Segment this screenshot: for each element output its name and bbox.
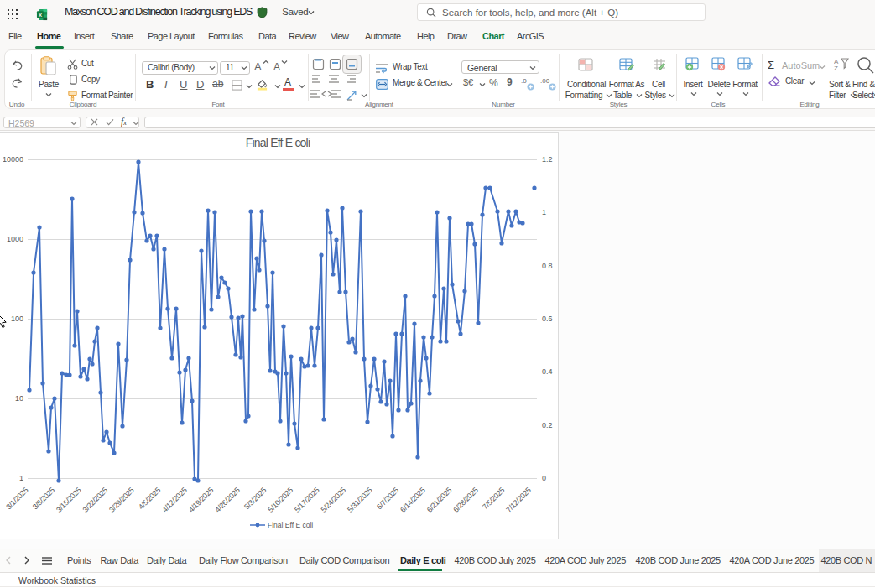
svg-text:4/12/2025: 4/12/2025 (160, 486, 189, 514)
svg-text:1: 1 (19, 474, 23, 482)
svg-text:5/17/2025: 5/17/2025 (293, 486, 321, 514)
svg-text:Final Eff E coli: Final Eff E coli (246, 136, 310, 149)
svg-text:0: 0 (542, 474, 546, 482)
svg-text:3/15/2025: 3/15/2025 (55, 486, 83, 514)
svg-text:5/3/2025: 5/3/2025 (242, 486, 268, 511)
svg-text:0.8: 0.8 (542, 262, 553, 270)
svg-text:7/12/2025: 7/12/2025 (504, 486, 533, 514)
svg-text:3/29/2025: 3/29/2025 (107, 486, 136, 514)
svg-text:3/8/2025: 3/8/2025 (31, 486, 56, 511)
svg-text:3/22/2025: 3/22/2025 (81, 486, 110, 514)
svg-text:0.4: 0.4 (542, 367, 553, 376)
svg-text:5/10/2025: 5/10/2025 (266, 486, 294, 514)
svg-text:4/19/2025: 4/19/2025 (187, 486, 216, 514)
svg-text:5/31/2025: 5/31/2025 (346, 486, 374, 514)
svg-text:4/26/2025: 4/26/2025 (213, 486, 242, 514)
svg-text:Z: Z (834, 65, 838, 71)
svg-text:100: 100 (11, 315, 23, 323)
svg-text:3/1/2025: 3/1/2025 (4, 486, 29, 511)
svg-text:4/5/2025: 4/5/2025 (137, 486, 162, 511)
svg-text:6/21/2025: 6/21/2025 (425, 486, 454, 514)
svg-text:0.6: 0.6 (542, 315, 553, 323)
svg-text:6/14/2025: 6/14/2025 (398, 486, 427, 514)
svg-text:1: 1 (542, 208, 546, 216)
svg-text:1.2: 1.2 (542, 155, 553, 164)
svg-text:7/5/2025: 7/5/2025 (481, 486, 506, 511)
svg-text:5/24/2025: 5/24/2025 (320, 486, 348, 514)
svg-text:10000: 10000 (3, 155, 23, 164)
svg-text:X: X (39, 12, 42, 18)
svg-text:6/7/2025: 6/7/2025 (375, 486, 400, 511)
svg-text:6/28/2025: 6/28/2025 (451, 486, 480, 514)
svg-text:1000: 1000 (7, 235, 23, 243)
svg-text:Final Eff E coli: Final Eff E coli (268, 521, 313, 529)
svg-text:10: 10 (15, 394, 23, 403)
svg-text:0.2: 0.2 (542, 421, 553, 429)
